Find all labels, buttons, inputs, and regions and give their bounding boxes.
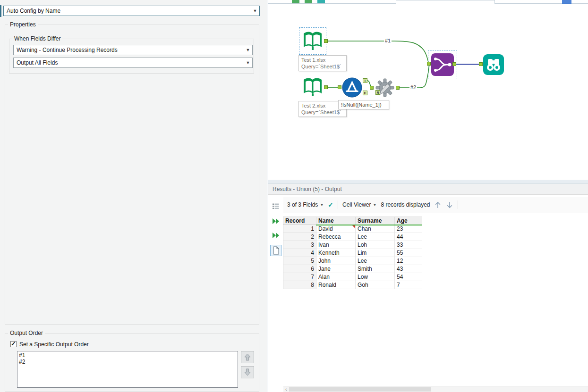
true-output-port[interactable]: T [363, 78, 367, 83]
results-title-bar: Results - Union (5) - Output [268, 183, 588, 195]
output-order-listbox[interactable]: #1#2 [17, 351, 238, 388]
formula-tool[interactable] [374, 77, 396, 100]
set-output-order-checkbox[interactable] [10, 341, 17, 347]
when-fields-differ-label: When Fields Differ [12, 35, 62, 42]
data-cell[interactable]: Ivan [316, 241, 356, 249]
data-cell[interactable]: Alan [316, 273, 356, 281]
tool2-caption-line2: Query=`Sheet1$` [301, 109, 344, 116]
data-cell[interactable]: David [316, 225, 356, 233]
data-cell[interactable]: 44 [395, 233, 422, 241]
output-order-item[interactable]: #1 [19, 352, 236, 359]
table-row: 7AlanLow54 [283, 273, 422, 281]
cell-viewer-dropdown[interactable]: Cell Viewer ▼ [342, 201, 376, 208]
filter-annotation[interactable]: !IsNull([Name_1]) [338, 100, 389, 109]
column-header-age[interactable]: Age [395, 217, 422, 225]
output-order-item[interactable]: #2 [19, 359, 236, 365]
column-header-surname[interactable]: Surname [356, 217, 395, 225]
results-panel: Results - Union (5) - Output [268, 183, 588, 392]
warning-mode-dropdown[interactable]: Warning - Continue Processing Records ▼ [13, 45, 253, 55]
input-anchor[interactable] [479, 62, 483, 66]
workflow-tab-partial[interactable] [396, 0, 495, 4]
output-anchor[interactable] [324, 85, 328, 89]
tab-strip-line [268, 0, 396, 4]
data-cell[interactable]: Kenneth [316, 249, 356, 257]
output-anchor[interactable] [324, 39, 328, 43]
grid-icon [272, 203, 280, 210]
data-cell[interactable]: Jane [316, 265, 356, 273]
input-data-tool-2[interactable] [302, 76, 324, 100]
data-cell[interactable]: Lee [356, 257, 395, 265]
data-cell[interactable]: 23 [395, 225, 422, 233]
data-cell[interactable]: Goh [356, 281, 395, 289]
data-cell[interactable]: 54 [395, 273, 422, 281]
arrow-down-icon [446, 201, 453, 209]
tool1-caption[interactable]: Test 1.xlsx Query=`Sheet1$` [298, 55, 347, 71]
chevron-down-icon: ▼ [244, 60, 252, 65]
data-cell[interactable]: Rebecca [316, 233, 356, 241]
record-number-cell[interactable]: 3 [283, 241, 316, 249]
browse-tool[interactable] [483, 54, 504, 77]
document-icon [271, 246, 281, 255]
record-number-cell[interactable]: 8 [283, 281, 316, 289]
data-cell[interactable]: Ronald [316, 281, 356, 289]
fast-forward-icon [272, 232, 280, 239]
record-number-cell[interactable]: 5 [283, 257, 316, 265]
toolbar-separator [458, 200, 458, 209]
data-cell[interactable]: Low [356, 273, 395, 281]
data-cell[interactable]: John [316, 257, 356, 265]
input-data-icon [302, 30, 324, 52]
filter-tool[interactable] [341, 77, 363, 100]
panel-focus-accent [0, 5, 1, 17]
auto-config-dropdown[interactable]: Auto Config by Name ▼ [3, 6, 260, 16]
record-number-cell[interactable]: 2 [283, 233, 316, 241]
scroll-down-button[interactable] [446, 201, 453, 209]
column-header-name[interactable]: Name [316, 217, 356, 225]
input-data-icon [302, 76, 324, 98]
column-header-record[interactable]: Record [283, 217, 316, 225]
auto-config-value: Auto Config by Name [7, 8, 60, 14]
data-cell[interactable]: Lim [356, 249, 395, 257]
results-table-body: 1DavidChan232RebeccaLee443IvanLoh334Kenn… [283, 225, 422, 289]
record-number-cell[interactable]: 1 [283, 225, 316, 233]
record-number-cell[interactable]: 6 [283, 265, 316, 273]
move-down-button[interactable] [241, 366, 254, 378]
move-up-button[interactable] [241, 351, 254, 363]
data-cell[interactable]: 12 [395, 257, 422, 265]
record-number-cell[interactable]: 7 [283, 273, 316, 281]
output-fields-dropdown[interactable]: Output All Fields ▼ [13, 58, 253, 68]
table-row: 2RebeccaLee44 [283, 233, 422, 241]
data-cell[interactable]: 55 [395, 249, 422, 257]
scroll-left-icon[interactable]: ‹ [283, 387, 289, 392]
data-cell[interactable]: Chan [356, 225, 395, 233]
input-anchor[interactable] [338, 85, 341, 89]
input-data-tool-1[interactable] [302, 30, 324, 53]
output-connection-button[interactable] [270, 230, 281, 241]
right-port[interactable]: R [375, 90, 380, 95]
horizontal-splitter[interactable] [268, 180, 588, 183]
apply-check-icon[interactable]: ✓ [328, 201, 333, 209]
grid-view-button[interactable] [270, 200, 281, 212]
data-cell[interactable]: Loh [356, 241, 395, 249]
warning-mode-value: Warning - Continue Processing Records [17, 47, 118, 53]
output-anchor[interactable] [396, 86, 400, 90]
data-cell[interactable]: 7 [395, 281, 422, 289]
input-anchor[interactable] [427, 62, 431, 66]
data-cell[interactable]: Smith [356, 265, 395, 273]
union-tool[interactable] [431, 53, 454, 78]
input-connection-button[interactable] [270, 216, 281, 227]
data-cell[interactable]: 33 [395, 241, 422, 249]
output-anchor[interactable] [452, 62, 456, 66]
input-anchor[interactable] [370, 86, 374, 90]
false-output-port[interactable]: F [363, 91, 367, 95]
workflow-canvas[interactable]: Test 1.xlsx Query=`Sheet1$` #1 Test 2.xl… [268, 0, 588, 180]
scrollbar-thumb[interactable] [289, 387, 431, 392]
data-cell[interactable]: 43 [395, 265, 422, 273]
record-number-cell[interactable]: 4 [283, 249, 316, 257]
horizontal-scrollbar[interactable]: ‹ [283, 386, 588, 392]
chevron-down-icon: ▼ [244, 48, 252, 52]
fields-filter-dropdown[interactable]: 3 of 3 Fields ▼ [287, 201, 324, 208]
table-row: 6JaneSmith43 [283, 265, 422, 273]
scroll-up-button[interactable] [434, 201, 442, 209]
data-cell[interactable]: Lee [356, 233, 395, 241]
metadata-view-button[interactable] [270, 245, 281, 256]
